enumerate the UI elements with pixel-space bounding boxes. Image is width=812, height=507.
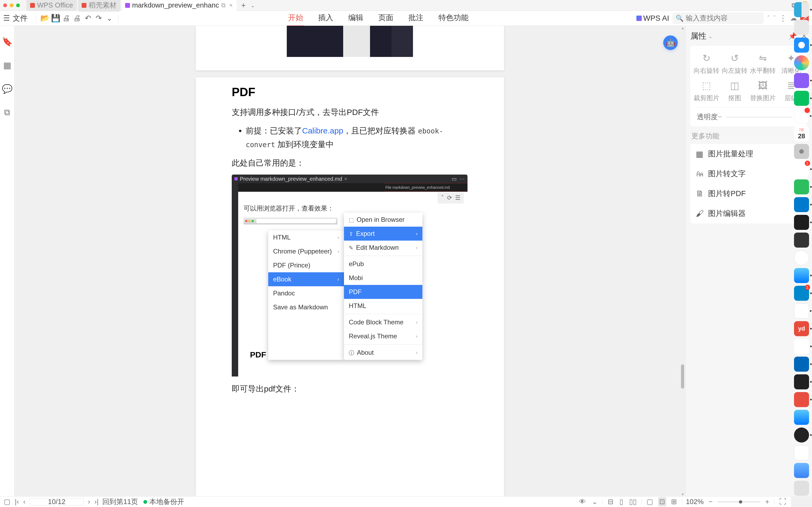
cutout-button[interactable]: ◫抠图: [722, 80, 748, 102]
image-to-text-item[interactable]: 🗛图片转文字: [690, 164, 807, 184]
prev-page-icon[interactable]: ‹: [23, 498, 25, 506]
window-close[interactable]: [3, 3, 7, 7]
menu-icon[interactable]: ☰: [3, 14, 10, 22]
fullscreen-icon[interactable]: ⛶: [778, 497, 787, 506]
scroll-down-icon[interactable]: ▾: [681, 492, 685, 496]
backup-status[interactable]: 本地备份开: [143, 497, 184, 506]
dock-calendar-icon[interactable]: 7月28: [794, 126, 809, 141]
save-icon[interactable]: 💾: [52, 14, 60, 22]
view-mode-3-icon[interactable]: ⊞: [670, 497, 678, 506]
view-two-page-icon[interactable]: ▯▯: [628, 497, 638, 506]
back-to-page[interactable]: 回到第11页: [102, 497, 138, 506]
panel-toggle-icon[interactable]: ▢: [4, 498, 10, 506]
dock-youdao-icon[interactable]: yd: [794, 321, 809, 336]
search-input[interactable]: [686, 14, 760, 22]
bookmark-icon[interactable]: 🔖: [2, 37, 13, 47]
tab-wps-office[interactable]: WPS Office: [26, 0, 77, 11]
flip-horizontal-button[interactable]: ⇋水平翻转: [750, 53, 776, 75]
dock-app-icon[interactable]: [794, 339, 809, 354]
print-icon[interactable]: 🖨: [62, 14, 70, 22]
dock-hub-icon[interactable]: [794, 463, 809, 478]
window-maximize[interactable]: [16, 3, 20, 7]
zoom-percent[interactable]: 102%: [686, 498, 704, 506]
dock-wechat-icon[interactable]: [794, 91, 809, 106]
dock-safari-icon[interactable]: [794, 38, 809, 53]
window-minimize[interactable]: [10, 3, 13, 7]
dock-trash-icon[interactable]: [794, 481, 809, 496]
image-editor-item[interactable]: 🖌图片编辑器: [690, 204, 807, 223]
tab-daoke[interactable]: 稻壳素材: [78, 0, 120, 11]
dock-wps-icon[interactable]: [794, 392, 809, 407]
dock-settings-icon[interactable]: [794, 144, 809, 159]
scroll-thumb[interactable]: [681, 364, 684, 389]
dock-qq-icon[interactable]: [794, 109, 809, 123]
undo-icon[interactable]: ↶: [84, 14, 92, 22]
dock-obs-icon[interactable]: [794, 428, 809, 443]
nav-up-icon[interactable]: ˄: [767, 15, 770, 22]
crop-button[interactable]: ⬚裁剪图片: [694, 80, 719, 102]
nav-down-icon[interactable]: ˅: [773, 15, 776, 22]
tab-markdown[interactable]: markdown_preview_enhanc ⧉ ×: [121, 0, 237, 11]
more-chevron-icon[interactable]: ⌄: [105, 14, 113, 22]
replace-button[interactable]: 🖼替换图片: [750, 80, 776, 102]
ai-assistant-fab[interactable]: 🤖: [663, 36, 678, 50]
dock-edge-icon[interactable]: 1: [794, 162, 809, 177]
panel-title[interactable]: 属性 ⌄: [690, 31, 713, 42]
search-box[interactable]: 🔍: [673, 12, 764, 24]
more-icon[interactable]: ⋮: [779, 14, 787, 22]
thumbnail-icon[interactable]: ▦: [3, 60, 11, 70]
eye-chevron-icon[interactable]: ⌄: [591, 497, 599, 506]
dock-vscode-icon[interactable]: [794, 197, 809, 212]
eye-icon[interactable]: 👁: [578, 497, 587, 506]
link-calibre[interactable]: Calibre.app: [302, 126, 343, 135]
dock-appstore-icon[interactable]: [794, 410, 809, 425]
view-mode-1-icon[interactable]: ▢: [645, 497, 654, 506]
dock-chatgpt-icon[interactable]: [794, 303, 809, 319]
opacity-slider[interactable]: [726, 117, 793, 117]
dock-photos-icon[interactable]: [794, 55, 809, 70]
dock-terminal-icon[interactable]: [794, 215, 809, 230]
dock-telegram-icon[interactable]: 1: [794, 286, 809, 301]
view-single-icon[interactable]: ▯: [619, 497, 624, 506]
image-to-pdf-item[interactable]: 🗎图片转PDF: [690, 184, 807, 204]
view-mode-2-icon[interactable]: ⊡: [658, 497, 666, 506]
comment-icon[interactable]: 💬: [2, 84, 13, 94]
dock-activity-icon[interactable]: [794, 374, 809, 389]
redo-icon[interactable]: ↷: [95, 14, 103, 22]
next-page-icon[interactable]: ›: [88, 498, 90, 506]
tab-dup-icon[interactable]: ⧉: [221, 2, 226, 9]
tab-close-icon[interactable]: ×: [229, 2, 233, 9]
tab-annotate[interactable]: 批注: [407, 10, 424, 26]
dock-calculator-icon[interactable]: [794, 233, 809, 247]
dock-clock-icon[interactable]: [794, 250, 809, 265]
view-continuous-icon[interactable]: ⊟: [606, 497, 615, 506]
print-quick-icon[interactable]: 🖨: [73, 14, 81, 22]
batch-process-item[interactable]: ▦图片批量处理: [690, 144, 807, 164]
rotate-left-button[interactable]: ↺向左旋转: [722, 53, 748, 75]
scrollbar[interactable]: ▴ ▾: [681, 26, 685, 496]
tab-start[interactable]: 开始: [287, 10, 304, 26]
new-tab-button[interactable]: +: [238, 1, 249, 10]
dock-affinity-icon[interactable]: [794, 73, 809, 88]
tab-insert[interactable]: 插入: [317, 10, 334, 26]
last-page-icon[interactable]: ›|: [95, 498, 99, 506]
zoom-in-icon[interactable]: +: [764, 497, 770, 506]
scroll-up-icon[interactable]: ▴: [681, 26, 685, 30]
zoom-out-icon[interactable]: −: [707, 497, 714, 506]
open-icon[interactable]: 📂: [41, 14, 49, 22]
wps-ai-button[interactable]: WPS AI: [636, 14, 669, 22]
tab-edit[interactable]: 编辑: [347, 10, 364, 26]
tab-page[interactable]: 页面: [377, 10, 395, 26]
layers-icon[interactable]: ⧉: [4, 107, 10, 117]
first-page-icon[interactable]: |‹: [15, 498, 19, 506]
tab-menu-chevron-icon[interactable]: ⌄: [250, 2, 255, 9]
page-input[interactable]: 10/12: [30, 498, 83, 506]
dock-launchpad-icon[interactable]: [794, 20, 809, 35]
dock-finder-icon[interactable]: [794, 2, 809, 17]
document-area[interactable]: PDF 支持调用多种接口/方式，去导出PDF文件 前提：已安装了Calibre.…: [14, 26, 685, 496]
dock-evernote-icon[interactable]: [794, 179, 809, 194]
rotate-right-button[interactable]: ↻向右旋转: [694, 53, 719, 75]
dock-document-icon[interactable]: [794, 445, 809, 460]
zoom-slider[interactable]: [717, 502, 760, 502]
dock-synology-icon[interactable]: [794, 357, 809, 372]
